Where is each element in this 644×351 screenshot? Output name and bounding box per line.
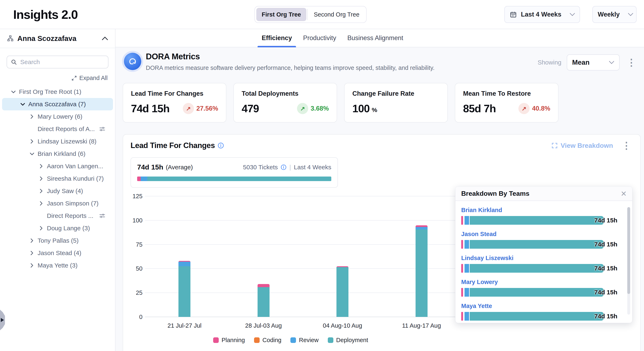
team-bar: 74d 15h <box>461 264 617 273</box>
y-axis-tick-100: 100 <box>123 217 142 224</box>
right-arrow-icon <box>1 318 4 322</box>
bar-segment-planning <box>461 216 463 225</box>
tree-item-label: Lindsay Liszewski (8) <box>38 138 96 145</box>
tree-item-label: Direct Reports of A... <box>38 126 95 133</box>
chevron-down-icon <box>628 13 633 16</box>
tree-item-label: Jason Stead (4) <box>38 249 82 256</box>
filter-icon-wrap[interactable] <box>99 126 106 132</box>
tree-item-sireesha-kunduri-7[interactable]: Sireesha Kunduri (7) <box>0 172 115 185</box>
bar-segment-deployment <box>470 288 604 297</box>
date-range-select[interactable]: Last 4 Weeks <box>504 6 580 23</box>
search-icon <box>11 59 17 65</box>
tree-item-maya-yette-3[interactable]: Maya Yette (3) <box>0 259 115 272</box>
tree-item-brian-kirkland-6[interactable]: Brian Kirkland (6) <box>0 148 115 160</box>
tree-item-anna-scozzafava-7[interactable]: Anna Scozzafava (7) <box>2 98 113 110</box>
breakdown-scrollbar-thumb[interactable] <box>627 207 630 294</box>
granularity-select[interactable]: Weekly <box>592 6 636 23</box>
expand-all-button[interactable]: Expand All <box>72 75 108 82</box>
tree-item-judy-saw-4[interactable]: Judy Saw (4) <box>0 185 115 197</box>
collapse-chevron-up-icon[interactable] <box>102 37 108 40</box>
metric-unit: % <box>372 107 377 114</box>
tab-efficiency[interactable]: Efficiency <box>262 29 292 47</box>
info-icon[interactable] <box>281 164 286 170</box>
team-name-link[interactable]: Brian Kirkland <box>461 207 502 214</box>
info-icon[interactable] <box>218 142 224 149</box>
metric-label: Total Deployments <box>242 90 329 97</box>
bar-segment-planning <box>461 288 463 297</box>
chevron-right-icon <box>30 238 34 243</box>
tree-item-direct-reports-of-a[interactable]: Direct Reports of A... <box>0 123 115 135</box>
chevron-right-icon <box>30 263 34 268</box>
metric-delta: ↗ 27.56% <box>183 103 218 114</box>
tree-item-lindsay-liszewski-8[interactable]: Lindsay Liszewski (8) <box>0 135 115 148</box>
team-value: 74d 15h <box>594 265 617 272</box>
tree-item-label: Direct Reports ... <box>47 212 93 219</box>
legend-swatch <box>290 337 296 343</box>
org-hierarchy-icon <box>7 35 14 42</box>
breakdown-row-maya-yette: Maya Yette 74d 15h <box>461 303 632 323</box>
bar-segment-review <box>464 288 469 297</box>
delta-percent: 27.56% <box>196 105 218 112</box>
tree-item-doug-lange-3[interactable]: Doug Lange (3) <box>0 222 115 234</box>
second-org-tree-button[interactable]: Second Org Tree <box>308 8 365 21</box>
gridline-50 <box>145 268 461 269</box>
chevron-down-icon <box>570 13 575 16</box>
gridline-125 <box>145 196 461 196</box>
tree-item-direct-reports[interactable]: Direct Reports ... <box>0 210 115 222</box>
stacked-bar-04-aug-10-aug <box>336 266 348 317</box>
stacked-bar-28-jul-03-aug <box>258 284 270 317</box>
date-range-value: Last 4 Weeks <box>521 11 562 18</box>
bar-segment-deployment <box>336 267 348 317</box>
bar-segment-deployment <box>470 264 604 273</box>
dora-title: DORA Metrics <box>146 52 434 61</box>
breakdown-row-mary-lowery: Mary Lowery 74d 15h <box>461 279 632 303</box>
bar-segment-planning <box>258 284 270 287</box>
filter-icon-wrap[interactable] <box>99 212 106 219</box>
y-axis-tick-50: 50 <box>123 265 142 272</box>
legend-swatch <box>213 337 219 343</box>
bar-segment-deployment <box>416 229 428 317</box>
tab-business-alignment[interactable]: Business Alignment <box>348 29 404 47</box>
tree-item-label: Maya Yette (3) <box>38 262 78 269</box>
tree-item-tony-pallas-5[interactable]: Tony Pallas (5) <box>0 234 115 247</box>
filter-sliders-icon[interactable] <box>99 212 106 219</box>
bar-segment-review <box>464 240 469 249</box>
team-name-link[interactable]: Maya Yette <box>461 303 492 309</box>
team-value: 74d 15h <box>594 289 617 296</box>
team-name-link[interactable]: Lindsay Liszewski <box>461 255 514 261</box>
filter-sliders-icon[interactable] <box>99 126 106 132</box>
close-icon[interactable]: × <box>621 189 626 198</box>
tree-item-aaron-van-langen[interactable]: Aaron Van Langen... <box>0 160 115 172</box>
tree-item-mary-lowery-6[interactable]: Mary Lowery (6) <box>0 110 115 123</box>
team-name-link[interactable]: Jason Stead <box>461 231 496 237</box>
org-tree: First Org Tree Root (1)Anna Scozzafava (… <box>0 83 115 272</box>
view-breakdown-button[interactable]: View Breakdown <box>552 142 613 149</box>
first-org-tree-button[interactable]: First Org Tree <box>256 8 306 21</box>
lead-time-card: Lead Time For Changes View Breakdown ⋮ <box>123 134 641 351</box>
search-input[interactable] <box>20 59 104 66</box>
tree-item-jason-stead-4[interactable]: Jason Stead (4) <box>0 247 115 259</box>
summary-bar-segment-planning <box>137 177 141 181</box>
summary-value: 74d 15h <box>137 163 164 171</box>
lead-time-kebab-menu[interactable]: ⋮ <box>620 141 633 150</box>
bar-segment-review <box>178 262 190 266</box>
tree-item-first-org-tree-root-1[interactable]: First Org Tree Root (1) <box>0 86 115 98</box>
summary-tickets: 5030 Tickets <box>243 164 278 171</box>
team-name-link[interactable]: Mary Lowery <box>461 279 498 285</box>
tab-productivity[interactable]: Productivity <box>303 29 336 47</box>
metric-delta: ↗ 3.68% <box>297 103 329 114</box>
y-axis-tick-0: 0 <box>123 313 142 320</box>
x-axis-label: 21 Jul-27 Jul <box>145 322 224 329</box>
sidebar-search <box>6 56 108 68</box>
breakdown-by-teams-panel: Breakdown By Teams × Brian Kirkland 74d … <box>455 186 632 323</box>
bar-segment-review <box>464 264 469 273</box>
bar-segment-review <box>464 216 469 225</box>
bar-segment-planning <box>461 312 463 321</box>
dora-kebab-menu[interactable]: ⋮ <box>625 58 638 67</box>
team-value: 74d 15h <box>594 217 617 224</box>
expand-all-icon <box>72 76 77 81</box>
aggregation-select[interactable]: Mean <box>567 54 620 71</box>
stacked-bar-21-jul-27-jul <box>178 261 190 317</box>
tree-item-jason-simpson-7[interactable]: Jason Simpson (7) <box>0 197 115 210</box>
tab-bar: EfficiencyProductivityBusiness Alignment <box>116 29 644 47</box>
